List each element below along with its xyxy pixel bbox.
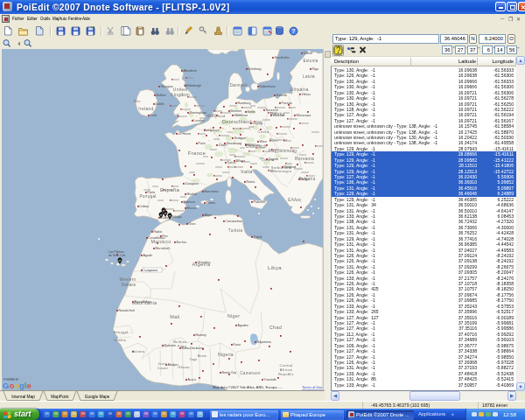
svg-text:Eire: Eire (134, 100, 140, 103)
svg-text:Česká: Česká (258, 130, 270, 134)
svg-text:Agadir: Agadir (144, 254, 153, 257)
svg-text:MapPoint: MapPoint (51, 395, 69, 399)
svg-text:EAAας: EAAας (288, 198, 302, 202)
svg-text:Coast: Coast (158, 366, 169, 370)
svg-text:Glasgow: Glasgow (161, 85, 173, 88)
svg-text:Chad: Chad (270, 325, 282, 330)
svg-text:Google: Google (3, 381, 32, 390)
svg-text:København: København (260, 85, 276, 88)
svg-text:Ireland: Ireland (138, 106, 153, 111)
svg-text:Kano: Kano (234, 343, 241, 346)
svg-text:France: France (188, 150, 206, 156)
svg-text:de Gran Can: de Gran Can (108, 254, 126, 257)
svg-text:Birmingham: Birmingham (190, 111, 206, 115)
svg-text:Senegal: Senegal (114, 330, 129, 334)
svg-text:Aberdeen: Aberdeen (184, 69, 198, 73)
svg-text:Benin: Benin (198, 354, 206, 358)
svg-text:Sahara: Sahara (122, 283, 136, 287)
svg-text:Tunisia: Tunisia (228, 228, 243, 233)
svg-text:Gdansk: Gdansk (276, 94, 288, 97)
svg-text:Mali: Mali (170, 314, 179, 319)
svg-text:Lisboa: Lisboa (140, 205, 150, 208)
svg-text:Danmark: Danmark (230, 83, 248, 88)
svg-text:Ndjamena: Ndjamena (257, 340, 271, 344)
svg-text:Romania: Romania (295, 156, 314, 161)
svg-text:?: ? (291, 28, 295, 34)
svg-text:Bamako: Bamako (164, 344, 176, 347)
svg-text:Magyarország: Magyarország (269, 149, 297, 153)
svg-text:Poznan: Poznan (282, 102, 292, 105)
svg-text:Oran: Oran (189, 222, 196, 226)
svg-text:Paris: Paris (199, 142, 206, 145)
svg-text:Barcelona: Barcelona (205, 190, 219, 193)
svg-text:Zagreb: Zagreb (269, 158, 278, 161)
svg-text:Accra: Accra (188, 378, 196, 382)
svg-text:Ghana: Ghana (178, 365, 190, 369)
svg-text:Agadez: Agadez (238, 324, 248, 327)
svg-text:Abidjan: Abidjan (168, 363, 178, 367)
svg-text:Edinburgh: Edinburgh (187, 84, 201, 88)
svg-text:Le Havre: Le Havre (178, 132, 192, 136)
svg-text:Bechar: Bechar (177, 241, 187, 244)
svg-text:Faso: Faso (178, 344, 187, 348)
svg-text:Map data ©2007 Tele Atlas, AND: Map data ©2007 Tele Atlas, AND, Europa..… (213, 385, 283, 389)
svg-text:Göteborg: Göteborg (248, 67, 262, 71)
svg-text:Stuttgart: Stuttgart (234, 136, 247, 140)
svg-text:Alger: Alger (205, 214, 213, 217)
svg-text:Palermo: Palermo (254, 200, 265, 204)
svg-text:Terms of Use: Terms of Use (302, 385, 323, 389)
svg-text:Marrakech: Marrakech (156, 247, 171, 250)
svg-text:Torino: Torino (228, 161, 236, 164)
svg-text:Rabat: Rabat (154, 230, 163, 234)
svg-text:Lithuania: Lithuania (290, 88, 309, 92)
svg-text:Gambia: Gambia (114, 339, 126, 342)
svg-text:Latvia: Latvia (303, 74, 315, 79)
svg-text:Murcia: Murcia (187, 206, 197, 210)
svg-text:Nigeria: Nigeria (218, 352, 234, 357)
svg-text:Stockholm: Stockholm (275, 56, 290, 60)
svg-text:Libya: Libya (268, 265, 282, 270)
svg-text:Wien: Wien (260, 140, 267, 144)
svg-text:Estonia: Estonia (303, 59, 318, 63)
svg-text:Nouakchott: Nouakchott (119, 309, 135, 312)
svg-text:Palma: Palma (206, 201, 215, 205)
svg-text:Zürich: Zürich (219, 144, 228, 147)
svg-text:Ghardaia: Ghardaia (198, 261, 211, 264)
svg-text:Western: Western (120, 277, 136, 282)
svg-text:Yaounde: Yaounde (264, 378, 276, 382)
svg-text:Guinea: Guinea (132, 349, 145, 354)
svg-text:Togo: Togo (190, 358, 198, 361)
svg-text:Tallinn: Tallinn (304, 52, 312, 55)
svg-text:Nouadhibou: Nouadhibou (135, 300, 151, 304)
svg-text:Internal Map: Internal Map (11, 395, 35, 399)
svg-text:Bremen: Bremen (231, 109, 242, 113)
svg-text:Strasbourg: Strasbourg (227, 142, 242, 145)
svg-text:Roma: Roma (247, 180, 256, 184)
svg-text:Laayoune: Laayoune (144, 269, 158, 272)
svg-text:Tripoli: Tripoli (254, 235, 262, 239)
svg-text:Hamburg: Hamburg (238, 102, 251, 105)
svg-text:Madrid: Madrid (187, 192, 197, 196)
svg-text:Constantine: Constantine (226, 220, 242, 223)
svg-text:Vilnius: Vilnius (302, 93, 312, 96)
svg-text:Szczecin: Szczecin (266, 108, 278, 112)
svg-text:Portugal: Portugal (139, 194, 156, 199)
svg-text:Italia: Italia (241, 169, 253, 174)
svg-text:Dublin: Dublin (156, 102, 164, 106)
svg-text:Casablanca: Casablanca (149, 236, 165, 240)
svg-text:Warszawa: Warszawa (297, 114, 312, 117)
svg-text:Zaragoza: Zaragoza (186, 182, 199, 186)
svg-text:Cameroon: Cameroon (240, 371, 261, 375)
svg-text:Niamey: Niamey (196, 333, 206, 337)
svg-text:Sofia: Sofia (301, 178, 308, 181)
svg-text:Deutschland: Deutschland (222, 119, 252, 124)
svg-text:Riga: Riga (312, 67, 318, 71)
svg-text:Málaga: Málaga (172, 215, 182, 219)
svg-text:Belfast: Belfast (157, 94, 166, 97)
svg-text:Republic: Republic (278, 372, 294, 376)
svg-text:Cork: Cork (150, 114, 158, 117)
svg-text:Google Maps: Google Maps (85, 395, 110, 399)
svg-text:Valencia: Valencia (184, 200, 196, 204)
svg-text:Niger: Niger (228, 313, 241, 318)
svg-text:Kingdom: Kingdom (171, 92, 190, 97)
